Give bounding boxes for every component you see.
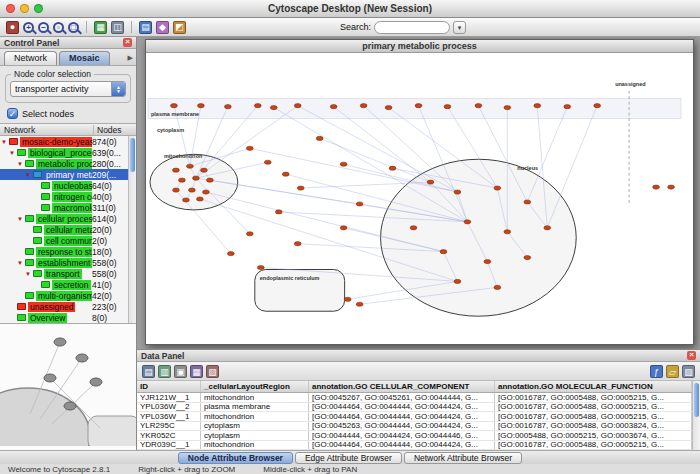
network-node[interactable]: [340, 226, 347, 230]
table-row[interactable]: YPL036W__2plasma membrane[GO:0044464, GO…: [137, 403, 692, 413]
tree-column-network[interactable]: Network: [0, 125, 94, 135]
network-node[interactable]: [183, 198, 190, 202]
network-node[interactable]: [454, 190, 461, 194]
table-row[interactable]: YKR052Ccytoplasm[GO:0044444, GO:0044424,…: [137, 431, 692, 441]
column-list-icon[interactable]: ▦: [190, 365, 203, 378]
network-node[interactable]: [564, 105, 571, 109]
network-node[interactable]: [179, 178, 186, 182]
network-node[interactable]: [171, 104, 178, 108]
table-row[interactable]: YPL036W__1mitochondrion[GO:0044464, GO:0…: [137, 412, 692, 422]
formula-builder-icon[interactable]: ƒ: [650, 365, 663, 378]
tree-row[interactable]: unassigned223(0): [0, 301, 128, 312]
network-node[interactable]: [340, 162, 347, 166]
expander-icon[interactable]: ▼: [16, 260, 24, 266]
network-node[interactable]: [344, 297, 351, 301]
table-scrollbar-thumb[interactable]: [694, 383, 699, 417]
network-node[interactable]: [173, 168, 180, 172]
column-header-3[interactable]: annotation.GO CELLULAR_COMPONENT: [309, 381, 495, 392]
network-node[interactable]: [264, 160, 271, 164]
network-node[interactable]: [594, 104, 601, 108]
select-nodes-checkbox[interactable]: ✓: [7, 108, 18, 119]
network-node[interactable]: [257, 265, 264, 269]
tree-row[interactable]: secretion41(0): [0, 279, 128, 290]
network-node[interactable]: [410, 226, 417, 230]
tree-row[interactable]: ▼establishment of l...558(0): [0, 257, 128, 268]
network-node[interactable]: [504, 230, 511, 234]
zoom-fit-icon[interactable]: □: [68, 22, 79, 33]
network-node[interactable]: [227, 252, 234, 256]
tab-edge-attribute-browser[interactable]: Edge Attribute Browser: [295, 452, 402, 464]
network-node[interactable]: [385, 106, 392, 110]
network-node[interactable]: [173, 188, 180, 192]
tree-row[interactable]: Overview8(0): [0, 312, 128, 323]
duplicate-attribute-icon[interactable]: ▣: [174, 365, 187, 378]
zoom-in-icon[interactable]: +: [23, 22, 34, 33]
tab-mosaic[interactable]: Mosaic: [59, 51, 110, 65]
network-node[interactable]: [427, 180, 434, 184]
new-attribute-icon[interactable]: ▥: [158, 365, 171, 378]
search-input[interactable]: [374, 21, 450, 34]
network-node[interactable]: [389, 166, 396, 170]
tree-row[interactable]: nitrogen compo...40(0): [0, 191, 128, 202]
tree-row[interactable]: ▼biological_proces...639(0...: [0, 147, 128, 158]
node-color-dropdown[interactable]: transporter activity ▲ ▼: [10, 81, 126, 97]
network-node[interactable]: [254, 104, 261, 108]
network-node[interactable]: [360, 104, 367, 108]
tree-row[interactable]: multi-organism pr...42(0): [0, 290, 128, 301]
network-node[interactable]: [275, 210, 282, 214]
tab-network-attribute-browser[interactable]: Network Attribute Browser: [404, 452, 522, 464]
search-options-icon[interactable]: ▾: [453, 21, 466, 34]
tree-column-nodes[interactable]: Nodes: [94, 125, 136, 135]
table-row[interactable]: YLR295Ccytoplasm[GO:0045263, GO:0044444,…: [137, 422, 692, 432]
maximize-window-icon[interactable]: [34, 4, 43, 13]
network-node[interactable]: [206, 178, 213, 182]
tree-row[interactable]: ▼primary metabo...209(...: [0, 169, 128, 180]
expander-icon[interactable]: ▼: [8, 150, 16, 156]
network-node[interactable]: [544, 226, 551, 230]
new-network-icon[interactable]: ▤: [139, 21, 152, 34]
network-node[interactable]: [454, 279, 461, 283]
tree-row[interactable]: cell communica...2(0): [0, 235, 128, 246]
snapshot-icon[interactable]: ●: [6, 21, 19, 34]
network-node[interactable]: [282, 172, 289, 176]
expander-icon[interactable]: ▼: [24, 172, 32, 178]
network-node[interactable]: [330, 105, 337, 109]
tree-row[interactable]: nucleobase...64(0): [0, 180, 128, 191]
zoom-out-icon[interactable]: −: [38, 22, 49, 33]
tab-scroll-right-icon[interactable]: ▶: [128, 54, 133, 65]
tree-row[interactable]: cellular metabo...20(0): [0, 224, 128, 235]
network-node[interactable]: [524, 256, 531, 260]
expander-icon[interactable]: ▼: [16, 161, 24, 167]
control-panel-close-icon[interactable]: ×: [123, 38, 132, 47]
data-panel-close-icon[interactable]: ×: [687, 351, 696, 360]
tree-row[interactable]: ▼metabolic process280(0...: [0, 158, 128, 169]
network-node[interactable]: [475, 104, 482, 108]
tree-row[interactable]: ▼cellular process614(0): [0, 213, 128, 224]
network-node[interactable]: [444, 105, 451, 109]
import-table-icon[interactable]: ▱: [666, 365, 679, 378]
tab-node-attribute-browser[interactable]: Node Attribute Browser: [178, 452, 293, 464]
network-node[interactable]: [224, 105, 231, 109]
select-attributes-icon[interactable]: ▤: [142, 365, 155, 378]
expander-icon[interactable]: ▼: [24, 271, 32, 277]
network-node[interactable]: [187, 164, 194, 168]
network-node[interactable]: [294, 242, 301, 246]
network-node[interactable]: [494, 285, 501, 289]
network-node[interactable]: [202, 190, 209, 194]
minimize-window-icon[interactable]: [20, 4, 29, 13]
network-node[interactable]: [653, 185, 660, 189]
tree-row[interactable]: macromolecule...311(0): [0, 202, 128, 213]
network-canvas[interactable]: plasma membranecytoplasmmitochondrionnuc…: [146, 53, 693, 344]
network-node[interactable]: [193, 176, 200, 180]
network-node[interactable]: [464, 220, 471, 224]
column-header-2[interactable]: _cellularLayoutRegion: [201, 381, 309, 392]
tree-row[interactable]: ▼transport558(0): [0, 268, 128, 279]
table-row[interactable]: YJR121W__1mitochondrion[GO:0045267, GO:0…: [137, 393, 692, 403]
network-node[interactable]: [524, 200, 531, 204]
network-node[interactable]: [246, 232, 253, 236]
network-node[interactable]: [246, 146, 253, 150]
table-row[interactable]: YDR039C__1mitochondrion[GO:0044464, GO:0…: [137, 441, 692, 451]
hide-selected-icon[interactable]: ◫: [111, 21, 124, 34]
network-node[interactable]: [197, 197, 204, 201]
table-scrollbar[interactable]: [692, 381, 700, 450]
